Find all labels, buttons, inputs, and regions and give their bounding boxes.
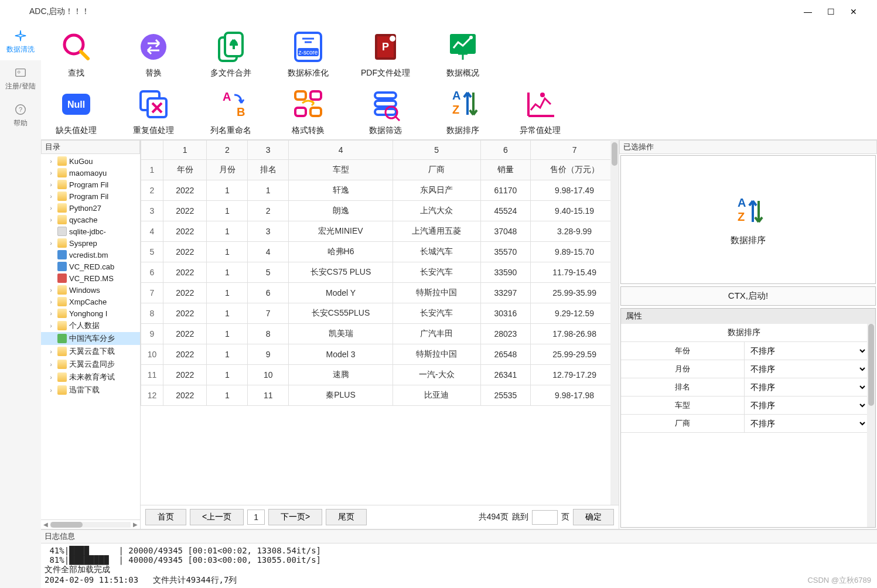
ribbon-dedup[interactable]: 重复值处理: [130, 87, 177, 136]
table-cell: 9.89-15.70: [531, 242, 619, 262]
property-select[interactable]: 不排序: [745, 396, 868, 414]
col-num: 1: [163, 141, 207, 160]
next-page-button[interactable]: 下一页>: [268, 509, 322, 525]
tree-item[interactable]: ›个人数据: [41, 319, 140, 332]
tree-item[interactable]: ›XmpCache: [41, 296, 140, 307]
maximize-button[interactable]: ☐: [827, 7, 835, 16]
zscore-icon: z-score: [291, 29, 326, 64]
folder-icon: [57, 372, 67, 382]
tree-item[interactable]: ›天翼云盘同步: [41, 358, 140, 371]
sidebar-item-login[interactable]: 注册/登陆: [0, 60, 41, 97]
ribbon-sort[interactable]: AZ数据排序: [439, 87, 486, 136]
col-header[interactable]: 月份: [207, 160, 248, 180]
tree-item[interactable]: vcredist.bm: [41, 249, 140, 261]
tree-item[interactable]: ›qycache: [41, 214, 140, 225]
table-row[interactable]: 7202216Model Y特斯拉中国3329725.99-35.99: [141, 283, 619, 303]
operations-panel: 已选操作 A Z 数据排序 CTX,启动! 属性 数据排序 年份不排序月份不排序: [619, 140, 877, 529]
file-tree[interactable]: ›KuGou›maomaoyu›Program Fil›Program Fil›…: [41, 154, 140, 519]
tree-hscrollbar[interactable]: ◀▶: [41, 519, 140, 529]
ribbon-outlier[interactable]: 异常值处理: [517, 87, 564, 136]
chevron-right-icon: ›: [47, 158, 55, 165]
tree-item[interactable]: ›maomaoyu: [41, 167, 140, 179]
data-table[interactable]: 12345671年份月份排名车型厂商销量售价（万元）2202211轩逸东风日产6…: [141, 140, 619, 406]
ribbon-merge-files[interactable]: 多文件合并: [207, 29, 254, 78]
prev-page-button[interactable]: <上一页: [190, 509, 244, 525]
table-row[interactable]: 6202215长安CS75 PLUS长安汽车3359011.79-15.49: [141, 262, 619, 283]
col-num: 4: [289, 141, 393, 160]
table-row[interactable]: 122022111秦PLUS比亚迪255359.98-17.98: [141, 385, 619, 406]
sidebar-item-help[interactable]: ? 帮助: [0, 97, 41, 134]
ribbon-rename[interactable]: AB列名重命名: [207, 87, 254, 136]
minimize-button[interactable]: —: [804, 7, 812, 16]
tree-item[interactable]: ›Python27: [41, 202, 140, 214]
chevron-right-icon: ›: [47, 169, 55, 176]
col-header[interactable]: 排名: [248, 160, 289, 180]
jump-page-input[interactable]: [532, 510, 558, 525]
ribbon-find[interactable]: 查找: [53, 29, 100, 78]
table-cell: 1: [207, 262, 248, 283]
ribbon-pdf[interactable]: PPDF文件处理: [362, 29, 409, 78]
chevron-right-icon: ›: [47, 310, 55, 317]
tree-item[interactable]: sqlite-jdbc-: [41, 225, 140, 237]
table-row[interactable]: 112022110速腾一汽-大众2634112.79-17.29: [141, 365, 619, 385]
ribbon-null[interactable]: Null缺失值处理: [53, 87, 100, 136]
table-row[interactable]: 9202218凯美瑞广汽丰田2802317.98-26.98: [141, 324, 619, 344]
table-cell: 9.98-17.49: [531, 180, 619, 201]
folder-icon: [57, 285, 67, 295]
property-select[interactable]: 不排序: [745, 415, 868, 432]
folder-icon: [57, 203, 67, 213]
tree-item[interactable]: ›天翼云盘下载: [41, 345, 140, 358]
property-select[interactable]: 不排序: [745, 360, 868, 378]
table-row[interactable]: 5202214哈弗H6长城汽车355709.89-15.70: [141, 242, 619, 262]
col-header[interactable]: 销量: [480, 160, 531, 180]
ribbon-filter[interactable]: 数据筛选: [362, 87, 409, 136]
sidebar-item-data-cleaning[interactable]: 数据清洗: [0, 23, 41, 60]
property-select[interactable]: 不排序: [745, 342, 868, 360]
close-button[interactable]: ✕: [850, 7, 857, 16]
tree-item[interactable]: ›Sysprep: [41, 237, 140, 249]
table-row[interactable]: 2202211轩逸东风日产611709.98-17.49: [141, 180, 619, 201]
ribbon-overview[interactable]: 数据概况: [439, 29, 486, 78]
tree-item-label: KuGou: [69, 157, 93, 166]
tree-item[interactable]: ›迅雷下载: [41, 384, 140, 396]
table-cell: 1: [207, 324, 248, 344]
table-row[interactable]: 8202217长安CS55PLUS长安汽车303169.29-12.59: [141, 303, 619, 324]
tree-item-label: Program Fil: [69, 180, 108, 189]
tree-item[interactable]: ›Windows: [41, 284, 140, 296]
tree-item[interactable]: ›未来教育考试: [41, 371, 140, 384]
ribbon-zscore[interactable]: z-score数据标准化: [285, 29, 332, 78]
ribbon-format[interactable]: 格式转换: [285, 87, 332, 136]
col-header[interactable]: 车型: [289, 160, 393, 180]
first-page-button[interactable]: 首页: [145, 509, 186, 525]
tree-item[interactable]: 中国汽车分乡: [41, 332, 140, 345]
svg-text:A: A: [738, 196, 746, 209]
col-header[interactable]: 厂商: [393, 160, 480, 180]
last-page-button[interactable]: 尾页: [326, 509, 367, 525]
chevron-right-icon: ›: [47, 204, 55, 211]
table-vscrollbar[interactable]: [610, 140, 619, 505]
tree-item[interactable]: VC_RED.cab: [41, 261, 140, 272]
tree-item[interactable]: ›Program Fil: [41, 179, 140, 190]
tree-item[interactable]: ›Yonghong I: [41, 307, 140, 319]
property-select[interactable]: 不排序: [745, 378, 868, 396]
table-row[interactable]: 4202213宏光MINIEV上汽通用五菱370483.28-9.99: [141, 221, 619, 242]
col-header[interactable]: 年份: [163, 160, 207, 180]
ctx-launch-button[interactable]: CTX,启动!: [620, 286, 876, 306]
ribbon-replace[interactable]: 替换: [130, 29, 177, 78]
svg-point-1: [18, 71, 20, 73]
tree-item[interactable]: ›KuGou: [41, 155, 140, 167]
tree-item[interactable]: ›Program Fil: [41, 190, 140, 202]
tree-item-label: Sysprep: [69, 239, 97, 248]
table-cell: 1: [248, 180, 289, 201]
table-row[interactable]: 3202212朗逸上汽大众455249.40-15.19: [141, 201, 619, 221]
jump-ok-button[interactable]: 确定: [573, 509, 614, 525]
merge-files-icon: [213, 29, 248, 64]
col-header[interactable]: 售价（万元）: [531, 160, 619, 180]
properties-vscrollbar[interactable]: [867, 324, 875, 527]
sidebar-label: 注册/登陆: [5, 81, 35, 91]
tree-item[interactable]: VC_RED.MS: [41, 272, 140, 284]
property-group-title: 数据排序: [621, 324, 867, 342]
directory-header: 目录: [41, 140, 140, 154]
chevron-right-icon: ›: [47, 348, 55, 355]
table-row[interactable]: 10202219Model 3特斯拉中国2654825.99-29.59: [141, 344, 619, 365]
